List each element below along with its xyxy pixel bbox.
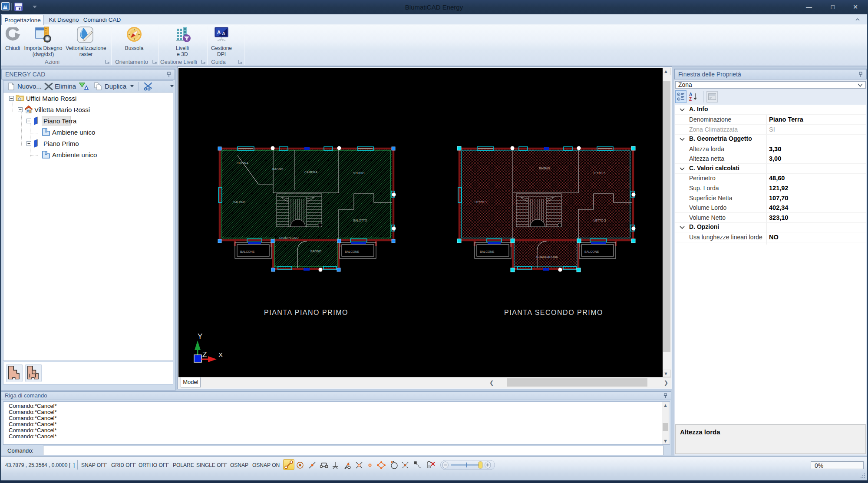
svg-text:CUCINA: CUCINA (237, 162, 248, 165)
svg-text:STUDIO: STUDIO (353, 172, 365, 175)
svg-text:Y: Y (198, 332, 202, 341)
svg-text:PIANTA SECONDO PRIMO: PIANTA SECONDO PRIMO (504, 309, 603, 316)
svg-text:BAGNO: BAGNO (539, 167, 550, 170)
svg-text:PIANTA PIANO PRIMO: PIANTA PIANO PRIMO (264, 309, 348, 316)
svg-text:LETTO 2: LETTO 2 (593, 172, 605, 175)
svg-text:LETTO 1: LETTO 1 (475, 201, 487, 204)
svg-text:LETTO 3: LETTO 3 (594, 219, 606, 222)
svg-text:SALOTTO: SALOTTO (353, 219, 367, 222)
svg-text:GUARDAROBA: GUARDAROBA (536, 255, 558, 258)
svg-text:DISIMPEGNO: DISIMPEGNO (279, 236, 299, 239)
svg-text:X: X (218, 351, 223, 358)
svg-text:BAGNO: BAGNO (310, 250, 322, 253)
svg-text:BALCONE: BALCONE (240, 250, 255, 253)
svg-text:BALCONE: BALCONE (584, 250, 599, 253)
svg-text:BALCONE: BALCONE (480, 250, 495, 253)
svg-text:BAGNO: BAGNO (272, 168, 284, 171)
svg-text:BALCONE: BALCONE (345, 250, 360, 253)
svg-text:A: A (222, 31, 225, 36)
svg-text:Z: Z (202, 351, 207, 359)
svg-text:A: A (689, 92, 692, 97)
svg-text:SALONE: SALONE (233, 201, 246, 204)
svg-text:A: A (217, 30, 221, 35)
svg-text:Z: Z (689, 97, 692, 102)
svg-text:CAMERA: CAMERA (304, 171, 317, 174)
